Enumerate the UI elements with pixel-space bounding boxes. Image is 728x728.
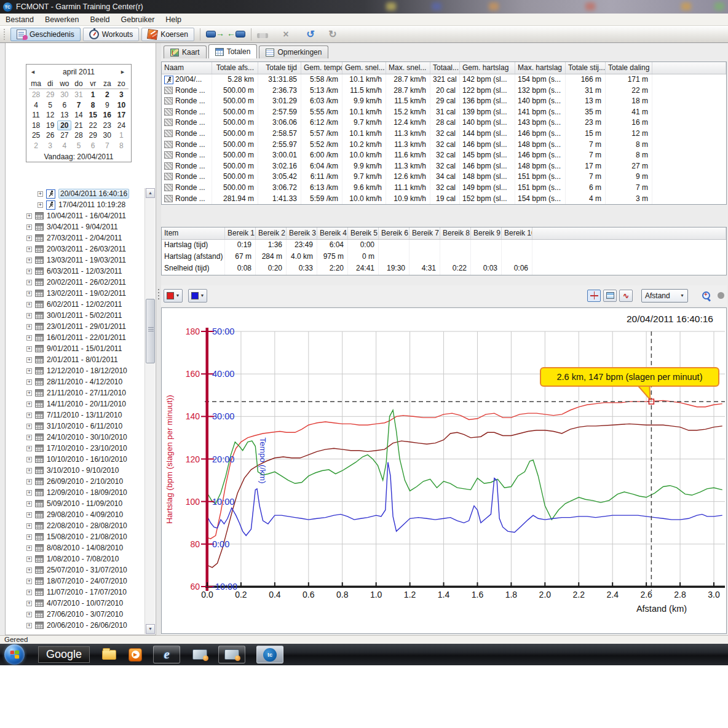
expand-icon[interactable]: +: [26, 623, 32, 628]
curve-view-button[interactable]: ∿: [619, 290, 633, 302]
tree-item-week[interactable]: +28/11/2010 - 4/12/2010: [6, 376, 144, 387]
table-row[interactable]: Ronde ...500.00 m2:36.735:13 /km11.5 km/…: [162, 85, 726, 97]
scroll-up-button[interactable]: ▲: [146, 188, 155, 198]
calendar-day[interactable]: 28: [29, 90, 43, 100]
expand-icon[interactable]: +: [26, 302, 32, 307]
expand-icon[interactable]: +: [26, 523, 32, 529]
calendar-day[interactable]: 8: [86, 100, 100, 111]
tree-item-activity[interactable]: +20/04/2011 16:40:16: [6, 188, 144, 199]
column-header[interactable]: Bereik 10: [502, 228, 532, 239]
expand-icon[interactable]: +: [26, 446, 32, 451]
calendar-day[interactable]: 21: [71, 121, 85, 131]
table-row[interactable]: Ronde ...281.94 m1:41.335:59 /km10.0 km/…: [162, 194, 726, 205]
calendar-day[interactable]: 20: [57, 121, 71, 130]
koersen-button[interactable]: Koersen: [141, 28, 194, 41]
tree-item-week[interactable]: +13/02/2011 - 19/02/2011: [6, 288, 144, 299]
tree-item-week[interactable]: +14/11/2010 - 20/11/2010: [6, 398, 144, 410]
tree-item-week[interactable]: +12/12/2010 - 18/12/2010: [6, 365, 144, 376]
expand-icon[interactable]: +: [26, 346, 32, 352]
column-header[interactable]: Bereik 3: [287, 228, 317, 239]
calendar-day[interactable]: 29: [43, 90, 57, 100]
expand-icon[interactable]: +: [26, 313, 32, 318]
expand-icon[interactable]: +: [26, 457, 32, 462]
series-color-red-dropdown[interactable]: ▼: [164, 289, 183, 303]
tree-item-week[interactable]: +1/08/2010 - 7/08/2010: [6, 553, 144, 564]
zoom-in-button[interactable]: +: [702, 291, 711, 301]
toolbar-grip[interactable]: [4, 29, 6, 40]
table-row[interactable]: 20/04/...5.28 km31:31.855:58 /km10.1 km/…: [162, 74, 726, 85]
expand-icon[interactable]: +: [26, 324, 32, 330]
tree-item-week[interactable]: +6/02/2011 - 12/02/2011: [6, 299, 144, 310]
split-view-button[interactable]: [603, 290, 617, 302]
delete-button[interactable]: ×: [279, 29, 293, 40]
expand-icon[interactable]: +: [26, 224, 32, 230]
expand-icon[interactable]: +: [26, 601, 32, 606]
menu-item-gebruiker[interactable]: Gebruiker: [115, 14, 160, 25]
table-row[interactable]: Snelheid (tijd)0:080:200:332:2024:4119:3…: [162, 263, 726, 275]
performance-chart[interactable]: 18050:0016040:0014030:0012020:0010010:00…: [162, 308, 726, 633]
calendar-day[interactable]: 24: [114, 121, 129, 131]
calendar-day[interactable]: 7: [100, 141, 114, 151]
calendar-day[interactable]: 25: [29, 130, 43, 141]
send-to-device-button[interactable]: →: [206, 30, 224, 39]
tree-item-week[interactable]: +10/04/2011 - 16/04/2011: [6, 210, 144, 221]
expand-icon[interactable]: +: [26, 335, 32, 341]
calendar-day[interactable]: 5: [43, 100, 57, 111]
expand-icon[interactable]: +: [26, 490, 32, 496]
tree-scrollbar[interactable]: ▲ ▼: [144, 188, 155, 634]
calendar-day[interactable]: 2: [100, 90, 114, 100]
column-header[interactable]: Totale tijd: [258, 62, 301, 74]
calendar-day[interactable]: 13: [57, 110, 71, 121]
expand-icon[interactable]: +: [26, 357, 32, 363]
column-header[interactable]: Gem. hartslag: [460, 62, 515, 74]
calendar-day[interactable]: 31: [71, 90, 85, 100]
tree-item-week[interactable]: +2/01/2011 - 8/01/2011: [6, 354, 144, 365]
column-header[interactable]: Bereik 5: [348, 228, 379, 239]
tree-item-week[interactable]: +18/07/2010 - 24/07/2010: [6, 576, 144, 587]
calendar-day[interactable]: 6: [57, 100, 71, 111]
table-row[interactable]: Ronde ...500.00 m2:58.575:57 /km10.1 km/…: [162, 129, 726, 140]
column-header[interactable]: Bereik 9: [471, 228, 502, 239]
tab-kaart[interactable]: Kaart: [164, 46, 207, 58]
calendar-day[interactable]: 30: [57, 90, 71, 100]
tree-item-week[interactable]: +17/10/2010 - 23/10/2010: [6, 443, 144, 454]
calendar-day[interactable]: 17: [114, 110, 129, 121]
tree-item-week[interactable]: +31/10/2010 - 6/11/2010: [6, 421, 144, 432]
calendar-day[interactable]: 2: [29, 141, 43, 151]
calendar-day[interactable]: 8: [114, 141, 129, 151]
table-row[interactable]: Ronde ...500.00 m2:55.975:52 /km10.2 km/…: [162, 140, 726, 151]
expand-icon[interactable]: +: [26, 258, 32, 263]
calendar-day[interactable]: 30: [100, 130, 114, 141]
column-header[interactable]: Naam: [162, 62, 212, 74]
google-search-box[interactable]: Google: [38, 646, 90, 663]
tree-item-week[interactable]: +12/09/2010 - 18/09/2010: [6, 487, 144, 498]
expand-icon[interactable]: +: [26, 280, 32, 285]
calendar-day[interactable]: 26: [43, 130, 57, 141]
tree-item-week[interactable]: +5/09/2010 - 11/09/2010: [6, 498, 144, 509]
tree-item-week[interactable]: +7/11/2010 - 13/11/2010: [6, 410, 144, 421]
expand-icon[interactable]: +: [26, 269, 32, 274]
column-header[interactable]: Totale daling: [606, 62, 652, 74]
calendar-day[interactable]: 7: [71, 100, 85, 111]
expand-icon[interactable]: +: [26, 612, 32, 617]
tree-item-week[interactable]: +25/07/2010 - 31/07/2010: [6, 564, 144, 576]
column-header[interactable]: Max. hartslag: [515, 62, 566, 74]
series-color-blue-dropdown[interactable]: ▼: [188, 289, 207, 303]
expand-icon[interactable]: +: [26, 512, 32, 518]
expand-icon[interactable]: +: [26, 556, 32, 562]
undo-button[interactable]: ↺: [304, 28, 317, 40]
calendar-day[interactable]: 23: [100, 121, 114, 131]
table-row[interactable]: Hartslag (afstand)67 m284 m4.0 km975 m0 …: [162, 251, 726, 263]
calendar-day[interactable]: 12: [43, 110, 57, 121]
calendar-day[interactable]: 10: [114, 100, 129, 111]
expand-icon[interactable]: +: [26, 568, 32, 573]
tree-item-week[interactable]: +6/03/2011 - 12/03/2011: [6, 266, 144, 277]
tree-item-week[interactable]: +27/06/2010 - 3/07/2010: [6, 609, 144, 620]
menu-item-bestand[interactable]: Bestand: [0, 14, 39, 25]
menu-item-beeld[interactable]: Beeld: [84, 14, 115, 25]
tree-item-week[interactable]: +22/08/2010 - 28/08/2010: [6, 520, 144, 531]
media-player-icon[interactable]: ▶: [129, 648, 142, 662]
calendar-day[interactable]: 3: [114, 90, 129, 100]
calendar-day[interactable]: 4: [29, 100, 43, 111]
table-row[interactable]: Ronde ...500.00 m3:05.426:11 /km9.7 km/h…: [162, 172, 726, 183]
